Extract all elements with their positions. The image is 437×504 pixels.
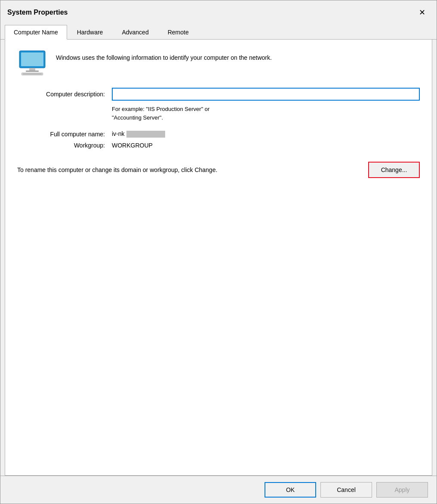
close-button[interactable]: ✕ (414, 5, 430, 20)
svg-rect-1 (21, 52, 43, 66)
title-bar: System Properties ✕ (0, 0, 437, 25)
tab-bar: Computer Name Hardware Advanced Remote (0, 25, 437, 40)
computer-description-section: Computer description: For example: "IIS … (17, 88, 420, 122)
tab-advanced[interactable]: Advanced (113, 25, 157, 40)
computer-description-hint: For example: "IIS Production Server" or … (112, 105, 420, 122)
tab-remote[interactable]: Remote (159, 25, 198, 40)
workgroup-value: WORKGROUP (112, 142, 153, 149)
computer-description-label: Computer description: (17, 91, 112, 98)
main-content: Windows uses the following information t… (5, 40, 432, 476)
bottom-bar: OK Cancel Apply (0, 476, 437, 504)
svg-rect-3 (26, 71, 39, 72)
info-section: Windows uses the following information t… (17, 50, 420, 76)
info-text: Windows uses the following information t… (56, 50, 272, 62)
redacted-hostname (126, 131, 165, 138)
change-button[interactable]: Change... (368, 162, 420, 178)
change-section: To rename this computer or change its do… (17, 162, 420, 178)
system-properties-dialog: System Properties ✕ Computer Name Hardwa… (0, 0, 437, 504)
cancel-button[interactable]: Cancel (320, 482, 372, 498)
computer-description-row: Computer description: (17, 88, 420, 101)
tab-hardware[interactable]: Hardware (68, 25, 112, 40)
svg-rect-2 (29, 68, 35, 71)
change-text: To rename this computer or change its do… (17, 165, 217, 175)
ok-button[interactable]: OK (265, 482, 316, 498)
computer-description-input[interactable] (112, 88, 420, 101)
full-computer-name-row: Full computer name: iv-nk (17, 130, 420, 138)
dialog-title: System Properties (7, 9, 68, 16)
tab-computer-name[interactable]: Computer Name (5, 25, 67, 40)
workgroup-row: Workgroup: WORKGROUP (17, 142, 420, 149)
workgroup-label: Workgroup: (17, 142, 112, 149)
full-computer-name-value: iv-nk (112, 130, 165, 138)
apply-button[interactable]: Apply (376, 482, 428, 498)
computer-icon (17, 50, 47, 76)
svg-rect-5 (23, 74, 42, 74)
full-computer-name-label: Full computer name: (17, 131, 112, 138)
